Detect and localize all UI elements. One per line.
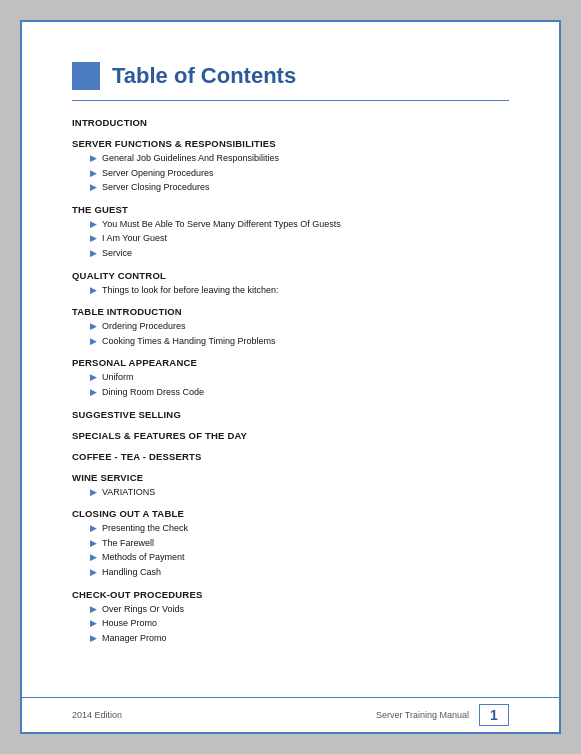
toc-item: ▶Dining Room Dress Code <box>90 386 509 399</box>
toc-section-header-personal-appearance: PERSONAL APPEARANCE <box>72 357 509 368</box>
arrow-icon: ▶ <box>90 285 97 295</box>
toc-section-header-wine-service: WINE SERVICE <box>72 472 509 483</box>
toc-item-text: Cooking Times & Handing Timing Problems <box>102 335 276 348</box>
toc-item-text: Methods of Payment <box>102 551 185 564</box>
arrow-icon: ▶ <box>90 523 97 533</box>
toc-section-header-coffee-tea-desserts: COFFEE - TEA - DESSERTS <box>72 451 509 462</box>
toc-item: ▶Things to look for before leaving the k… <box>90 284 509 297</box>
toc-item: ▶House Promo <box>90 617 509 630</box>
toc-item-text: Server Opening Procedures <box>102 167 214 180</box>
toc-section-header-closing-out-table: CLOSING OUT A TABLE <box>72 508 509 519</box>
arrow-icon: ▶ <box>90 336 97 346</box>
toc-item: ▶Cooking Times & Handing Timing Problems <box>90 335 509 348</box>
page-title: Table of Contents <box>112 63 296 89</box>
toc-item: ▶Server Opening Procedures <box>90 167 509 180</box>
toc-item-text: Over Rings Or Voids <box>102 603 184 616</box>
arrow-icon: ▶ <box>90 487 97 497</box>
toc-item: ▶Ordering Procedures <box>90 320 509 333</box>
toc-item-text: Ordering Procedures <box>102 320 186 333</box>
arrow-icon: ▶ <box>90 248 97 258</box>
toc-section-header-quality-control: QUALITY CONTROL <box>72 270 509 281</box>
arrow-icon: ▶ <box>90 633 97 643</box>
arrow-icon: ▶ <box>90 233 97 243</box>
arrow-icon: ▶ <box>90 219 97 229</box>
toc-item: ▶Presenting the Check <box>90 522 509 535</box>
toc-item: ▶Handling Cash <box>90 566 509 579</box>
toc-item-text: Service <box>102 247 132 260</box>
toc-item: ▶General Job Guidelines And Responsibili… <box>90 152 509 165</box>
toc-item: ▶Uniform <box>90 371 509 384</box>
toc-item-text: Things to look for before leaving the ki… <box>102 284 279 297</box>
toc-item: ▶Manager Promo <box>90 632 509 645</box>
arrow-icon: ▶ <box>90 387 97 397</box>
toc-item-text: Dining Room Dress Code <box>102 386 204 399</box>
footer-manual-name: Server Training Manual <box>271 710 470 720</box>
page-header: Table of Contents <box>72 62 509 101</box>
toc-item-text: The Farewell <box>102 537 154 550</box>
toc-item: ▶You Must Be Able To Serve Many Differen… <box>90 218 509 231</box>
document-icon <box>72 62 100 90</box>
toc-item: ▶The Farewell <box>90 537 509 550</box>
arrow-icon: ▶ <box>90 552 97 562</box>
page-container: Table of Contents INTRODUCTIONSERVER FUN… <box>20 20 561 734</box>
arrow-icon: ▶ <box>90 153 97 163</box>
toc-item-text: Presenting the Check <box>102 522 188 535</box>
toc-item: ▶Over Rings Or Voids <box>90 603 509 616</box>
page-footer: 2014 Edition Server Training Manual 1 <box>22 697 559 732</box>
toc-item: ▶I Am Your Guest <box>90 232 509 245</box>
toc-item-text: Manager Promo <box>102 632 167 645</box>
toc-section-header-introduction: INTRODUCTION <box>72 117 509 128</box>
toc-item-text: House Promo <box>102 617 157 630</box>
toc-item: ▶Server Closing Procedures <box>90 181 509 194</box>
toc-item-text: Uniform <box>102 371 134 384</box>
toc-section-header-the-guest: THE GUEST <box>72 204 509 215</box>
footer-edition: 2014 Edition <box>72 710 271 720</box>
toc-item-text: You Must Be Able To Serve Many Different… <box>102 218 341 231</box>
footer-page-number: 1 <box>479 704 509 726</box>
toc-section-header-specials-features: SPECIALS & FEATURES OF THE DAY <box>72 430 509 441</box>
toc-section-header-suggestive-selling: SUGGESTIVE SELLING <box>72 409 509 420</box>
toc-item: ▶VARIATIONS <box>90 486 509 499</box>
arrow-icon: ▶ <box>90 567 97 577</box>
toc-section-header-check-out-procedures: CHECK-OUT PROCEDURES <box>72 589 509 600</box>
arrow-icon: ▶ <box>90 182 97 192</box>
toc-item-text: Server Closing Procedures <box>102 181 210 194</box>
arrow-icon: ▶ <box>90 168 97 178</box>
toc-item-text: Handling Cash <box>102 566 161 579</box>
arrow-icon: ▶ <box>90 372 97 382</box>
arrow-icon: ▶ <box>90 321 97 331</box>
toc-item-text: General Job Guidelines And Responsibilit… <box>102 152 279 165</box>
toc-content: INTRODUCTIONSERVER FUNCTIONS & RESPONSIB… <box>72 117 509 644</box>
arrow-icon: ▶ <box>90 538 97 548</box>
toc-item: ▶Service <box>90 247 509 260</box>
arrow-icon: ▶ <box>90 618 97 628</box>
toc-item-text: I Am Your Guest <box>102 232 167 245</box>
toc-item-text: VARIATIONS <box>102 486 155 499</box>
toc-item: ▶Methods of Payment <box>90 551 509 564</box>
arrow-icon: ▶ <box>90 604 97 614</box>
toc-section-header-table-introduction: TABLE INTRODUCTION <box>72 306 509 317</box>
toc-section-header-server-functions: SERVER FUNCTIONS & RESPONSIBILITIES <box>72 138 509 149</box>
